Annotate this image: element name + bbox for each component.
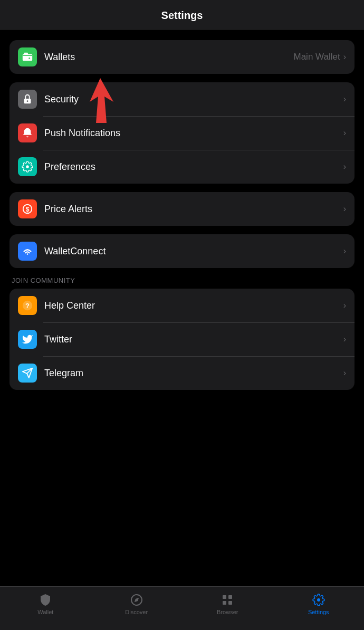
notifications-label: Push Notifications bbox=[44, 128, 343, 139]
telegram-icon bbox=[18, 364, 37, 383]
twitter-item[interactable]: Twitter › bbox=[9, 322, 355, 356]
wallet-connect-right: › bbox=[343, 246, 346, 256]
svg-text:?: ? bbox=[25, 302, 30, 310]
twitter-icon bbox=[18, 330, 37, 349]
tab-settings[interactable]: Settings bbox=[273, 593, 365, 615]
price-alerts-right: › bbox=[343, 204, 346, 214]
svg-point-5 bbox=[26, 165, 29, 168]
help-center-label: Help Center bbox=[44, 300, 343, 311]
settings-group-card: Security › Push Notifications › bbox=[9, 82, 355, 184]
twitter-chevron: › bbox=[343, 335, 346, 344]
security-chevron: › bbox=[343, 94, 346, 104]
security-right: › bbox=[343, 94, 346, 104]
settings-tab-label: Settings bbox=[308, 609, 329, 615]
preferences-chevron: › bbox=[343, 162, 346, 171]
wallets-right: Main Wallet › bbox=[294, 52, 347, 62]
annotation-arrow bbox=[84, 73, 132, 128]
svg-rect-14 bbox=[228, 595, 232, 599]
push-notifications-item[interactable]: Push Notifications › bbox=[9, 116, 355, 150]
notifications-icon bbox=[18, 123, 37, 142]
price-alerts-card[interactable]: $ Price Alerts › bbox=[9, 192, 355, 226]
security-icon bbox=[18, 90, 37, 109]
wallet-connect-item[interactable]: WalletConnect › bbox=[9, 234, 355, 268]
svg-point-17 bbox=[317, 598, 320, 602]
telegram-label: Telegram bbox=[44, 368, 343, 379]
settings-tab-icon bbox=[312, 593, 325, 607]
wallet-connect-label: WalletConnect bbox=[44, 246, 343, 257]
wallet-tab-icon bbox=[39, 593, 52, 607]
content-area: Wallets Main Wallet › Security › bbox=[0, 30, 364, 400]
twitter-right: › bbox=[343, 335, 346, 344]
community-section-label: JOIN COMMUNITY bbox=[9, 276, 355, 284]
price-alerts-item[interactable]: $ Price Alerts › bbox=[9, 192, 355, 226]
svg-marker-0 bbox=[90, 78, 113, 123]
telegram-item[interactable]: Telegram › bbox=[9, 356, 355, 390]
community-card: ? Help Center › Twitter › bbox=[9, 289, 355, 390]
svg-rect-1 bbox=[23, 54, 32, 61]
preferences-label: Preferences bbox=[44, 161, 343, 173]
svg-marker-12 bbox=[135, 598, 139, 602]
svg-point-4 bbox=[27, 100, 28, 102]
svg-rect-15 bbox=[223, 601, 226, 605]
twitter-label: Twitter bbox=[44, 334, 343, 345]
price-alerts-chevron: › bbox=[343, 204, 346, 214]
wallet-connect-icon bbox=[18, 242, 37, 261]
tab-wallet[interactable]: Wallet bbox=[0, 593, 91, 615]
svg-rect-2 bbox=[24, 53, 28, 55]
wallet-connect-card[interactable]: WalletConnect › bbox=[9, 234, 355, 268]
help-center-item[interactable]: ? Help Center › bbox=[9, 289, 355, 322]
wallets-item[interactable]: Wallets Main Wallet › bbox=[9, 40, 355, 74]
tab-browser[interactable]: Browser bbox=[182, 593, 273, 615]
wallets-card[interactable]: Wallets Main Wallet › bbox=[9, 40, 355, 74]
help-center-chevron: › bbox=[343, 301, 346, 310]
telegram-right: › bbox=[343, 368, 346, 378]
price-alerts-icon: $ bbox=[18, 199, 37, 218]
wallet-icon bbox=[18, 47, 37, 66]
help-icon: ? bbox=[18, 296, 37, 315]
wallet-tab-label: Wallet bbox=[37, 609, 53, 615]
header: Settings bbox=[0, 0, 364, 30]
price-alerts-label: Price Alerts bbox=[44, 204, 343, 215]
discover-tab-icon bbox=[130, 593, 143, 607]
tab-discover[interactable]: Discover bbox=[91, 593, 183, 615]
wallet-connect-chevron: › bbox=[343, 246, 346, 256]
wallets-value: Main Wallet bbox=[294, 52, 340, 62]
svg-text:$: $ bbox=[26, 206, 30, 213]
wallets-label: Wallets bbox=[44, 52, 294, 63]
preferences-item[interactable]: Preferences › bbox=[9, 150, 355, 184]
notifications-chevron: › bbox=[343, 128, 346, 138]
telegram-chevron: › bbox=[343, 368, 346, 378]
discover-tab-label: Discover bbox=[125, 609, 148, 615]
help-center-right: › bbox=[343, 301, 346, 310]
svg-rect-13 bbox=[223, 595, 226, 599]
svg-point-8 bbox=[27, 253, 28, 255]
browser-tab-icon bbox=[221, 593, 234, 607]
svg-rect-16 bbox=[228, 601, 232, 605]
wallets-chevron: › bbox=[343, 52, 346, 62]
tab-bar: Wallet Discover Browser bbox=[0, 586, 364, 630]
preferences-icon bbox=[18, 157, 37, 176]
preferences-right: › bbox=[343, 162, 346, 171]
page-title: Settings bbox=[161, 9, 203, 21]
notifications-right: › bbox=[343, 128, 346, 138]
browser-tab-label: Browser bbox=[217, 609, 238, 615]
security-item[interactable]: Security › bbox=[9, 82, 355, 116]
